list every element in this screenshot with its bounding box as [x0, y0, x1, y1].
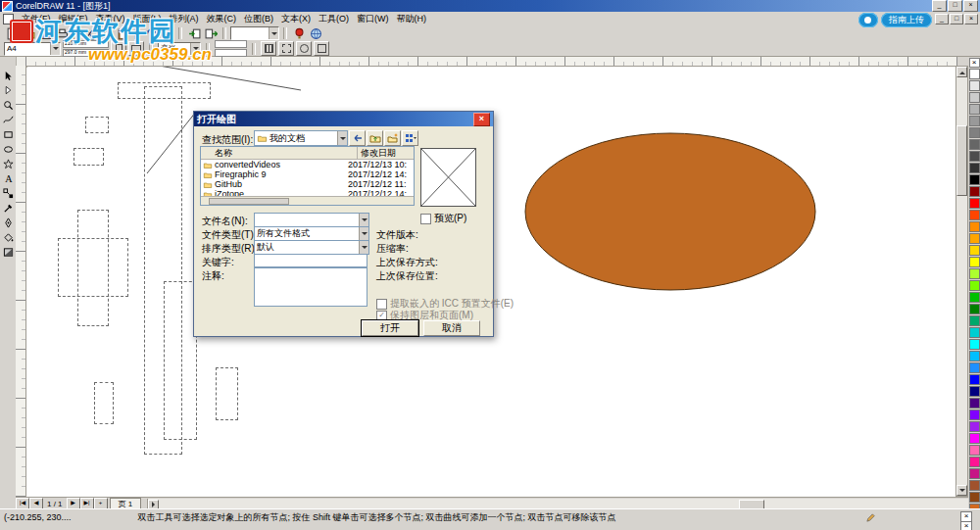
file-row[interactable]: convertedVideos 2017/12/13 10:: [201, 160, 414, 169]
nudge-offset-field[interactable]: [215, 40, 247, 48]
menu-text[interactable]: 文本(X): [277, 13, 315, 25]
menu-help[interactable]: 帮助(H): [393, 13, 431, 25]
zoom-tool-icon[interactable]: [2, 99, 15, 112]
palette-color[interactable]: [969, 280, 980, 291]
checkbox-icon[interactable]: [420, 214, 431, 224]
palette-color[interactable]: [969, 268, 980, 279]
palette-color[interactable]: [969, 151, 980, 162]
palette-color[interactable]: [969, 186, 980, 197]
scroll-down-button[interactable]: [956, 485, 967, 496]
maximize-button[interactable]: □: [948, 0, 962, 12]
palette-color[interactable]: [969, 92, 980, 103]
file-row[interactable]: Firegraphic 9 2017/12/12 14:: [201, 169, 414, 179]
dashed-rectangle[interactable]: [58, 238, 128, 297]
keywords-input[interactable]: [254, 254, 368, 267]
dashed-rectangle[interactable]: [164, 281, 197, 440]
horizontal-ruler[interactable]: [25, 56, 957, 67]
palette-color[interactable]: [969, 386, 980, 397]
text-tool-icon[interactable]: A: [2, 172, 15, 185]
palette-color[interactable]: [969, 116, 980, 126]
palette-color[interactable]: [969, 433, 980, 444]
document-icon[interactable]: [3, 14, 14, 24]
palette-color[interactable]: [969, 127, 980, 138]
up-one-level-icon[interactable]: [367, 130, 383, 146]
menu-layout[interactable]: 版面(L): [129, 13, 166, 25]
copy-icon[interactable]: [98, 26, 114, 40]
print-icon[interactable]: [54, 26, 70, 40]
page-width-field[interactable]: 210.0 mm: [63, 40, 109, 48]
freehand-tool-icon[interactable]: [2, 114, 15, 126]
close-button[interactable]: ×: [963, 0, 978, 12]
palette-color[interactable]: [969, 410, 980, 420]
chevron-down-icon[interactable]: [359, 214, 368, 226]
palette-color[interactable]: [969, 398, 980, 409]
draw-complex-objects-button[interactable]: [314, 41, 329, 56]
dashed-rectangle[interactable]: [94, 382, 114, 424]
export-icon[interactable]: [203, 26, 219, 40]
file-row[interactable]: GitHub 2017/12/12 11:: [201, 179, 414, 189]
open-button[interactable]: 打开: [362, 320, 418, 336]
ellipse-tool-icon[interactable]: [2, 143, 15, 156]
fill-tool-icon[interactable]: [2, 231, 15, 244]
snap-to-grid-button[interactable]: [261, 41, 276, 56]
open-icon[interactable]: [21, 26, 36, 40]
units-combo[interactable]: 毫米: [158, 42, 201, 56]
file-list-hscrollbar[interactable]: [201, 196, 414, 205]
corel-online-icon[interactable]: [308, 26, 323, 40]
redo-icon[interactable]: [159, 26, 174, 40]
palette-color[interactable]: [969, 210, 980, 220]
sort-type-combo[interactable]: 默认: [254, 240, 369, 255]
notes-textarea[interactable]: [254, 267, 368, 307]
palette-color[interactable]: [969, 292, 980, 303]
palette-color[interactable]: [969, 468, 980, 479]
palette-color[interactable]: [969, 492, 980, 503]
paper-size-combo[interactable]: A4: [4, 42, 61, 56]
file-list[interactable]: 名称 修改日期 convertedVideos 2017/12/13 10: F…: [200, 146, 415, 206]
chevron-down-icon[interactable]: [50, 43, 60, 55]
dialog-close-button[interactable]: ×: [473, 113, 490, 126]
menu-effects[interactable]: 效果(C): [203, 13, 241, 25]
chevron-down-icon[interactable]: [359, 241, 368, 254]
cut-icon[interactable]: [81, 26, 97, 40]
file-list-hscroll-thumb[interactable]: [209, 198, 289, 205]
no-color-swatch[interactable]: ×: [969, 58, 980, 68]
palette-color[interactable]: [969, 339, 980, 350]
cancel-button[interactable]: 取消: [423, 320, 480, 336]
new-document-icon[interactable]: [4, 26, 20, 40]
eyedropper-tool-icon[interactable]: [2, 202, 15, 215]
chevron-down-icon[interactable]: [359, 227, 368, 240]
look-in-combo[interactable]: 我的文档: [254, 130, 348, 146]
menu-tools[interactable]: 工具(O): [315, 13, 353, 25]
back-icon[interactable]: [349, 130, 366, 146]
interactive-fill-tool-icon[interactable]: [2, 246, 15, 259]
menu-bitmaps[interactable]: 位图(B): [240, 13, 277, 25]
doc-close-button[interactable]: ×: [964, 14, 978, 24]
zoom-level-combo[interactable]: [230, 26, 279, 40]
palette-color[interactable]: [969, 139, 980, 150]
menu-edit[interactable]: 编辑(E): [55, 13, 92, 25]
palette-color[interactable]: [969, 315, 980, 326]
outline-tool-icon[interactable]: [2, 217, 15, 229]
palette-color[interactable]: [969, 362, 980, 373]
paste-icon[interactable]: [115, 26, 130, 40]
preview-checkbox[interactable]: 预览(P): [420, 212, 466, 225]
menu-file[interactable]: 文件(F): [18, 13, 55, 25]
palette-color[interactable]: [969, 104, 980, 115]
palette-color[interactable]: [969, 245, 980, 256]
palette-color[interactable]: [969, 351, 980, 361]
palette-color[interactable]: [969, 374, 980, 385]
vertical-ruler[interactable]: [16, 66, 26, 497]
palette-color[interactable]: [969, 233, 980, 244]
dashed-rectangle[interactable]: [74, 148, 104, 166]
menu-window[interactable]: 窗口(W): [353, 13, 393, 25]
landscape-button[interactable]: [128, 41, 144, 56]
menu-arrange[interactable]: 排列(A): [166, 13, 203, 25]
palette-color[interactable]: [969, 198, 980, 209]
palette-color[interactable]: [969, 69, 980, 79]
scroll-up-button[interactable]: [956, 67, 967, 77]
view-menu-icon[interactable]: [402, 130, 418, 146]
dialog-titlebar[interactable]: 打开绘图 ×: [194, 112, 493, 126]
column-header-date[interactable]: 修改日期: [358, 147, 414, 159]
chevron-down-icon[interactable]: [190, 43, 200, 55]
doc-restore-button[interactable]: □: [950, 14, 963, 24]
